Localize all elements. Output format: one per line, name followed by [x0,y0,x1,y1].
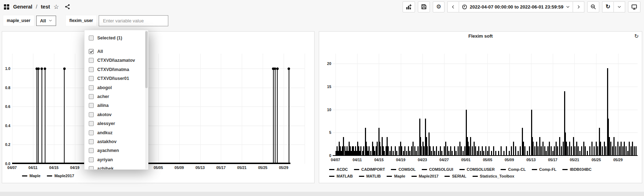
dropdown-item-label: CTXVDI\matma [97,67,129,72]
clock-icon [462,4,467,10]
add-panel-button[interactable] [403,1,415,12]
data-bar [380,146,381,156]
data-bar [554,146,555,156]
data-bar [369,146,370,156]
legend-item-comsoluser[interactable]: COMSOLUSER [459,167,495,172]
dashboards-grid-icon[interactable] [4,4,10,10]
legend-item-cadimport[interactable]: CADIMPORT [354,167,385,172]
data-bar [477,151,478,156]
checkbox-checked-icon [89,49,94,54]
breadcrumb-dashboard[interactable]: test [41,4,50,10]
legend-label: Maple2017 [419,174,439,178]
refresh-group: ↻ [602,1,625,12]
refresh-interval-button[interactable] [613,1,625,12]
save-dashboard-button[interactable] [418,1,430,12]
legend-item-maple[interactable]: Maple [22,174,40,178]
share-icon[interactable] [65,4,70,10]
data-bar [401,146,402,156]
data-bar [511,146,512,156]
x-axis-label: 05/17 [216,165,225,170]
legend-item-maple2017[interactable]: Maple2017 [47,174,74,178]
dropdown-item[interactable]: ayriyan [89,155,148,164]
dropdown-item[interactable]: akotov [89,110,148,119]
event-point [276,67,279,70]
checkbox-icon [89,103,94,108]
cycle-view-button[interactable] [628,1,640,12]
dropdown-item[interactable]: acher [89,92,148,101]
data-bar [518,151,519,156]
scrollbar-thumb[interactable] [145,31,148,88]
legend-item-ibdb034bc[interactable]: IBDB034BC [562,167,591,172]
dropdown-item[interactable]: astakhov [89,137,148,146]
dropdown-item[interactable]: All [89,47,148,56]
data-bar [534,146,535,156]
data-bar [495,151,496,156]
data-bar [458,146,459,156]
legend-item-serial[interactable]: SERIAL [444,174,466,178]
grid-line [333,64,638,64]
series-dash-icon [411,176,417,177]
dropdown-item[interactable]: CTXVDI\matma [89,65,148,74]
time-range-picker-button[interactable]: 2022-04-07 00:00:00 to 2022-06-01 23:59:… [459,1,573,12]
legend-item-statistics-toolbox[interactable]: Statistics_Toolbox [473,174,514,178]
data-bar [450,146,451,156]
data-bar [585,146,586,156]
data-bar [605,146,606,156]
dropdown-item[interactable]: abogol [89,83,148,92]
dropdown-scrollbar[interactable] [145,31,148,169]
legend-item-acdc[interactable]: ACDC [329,167,348,172]
legend-label: Comp-CL [508,167,526,172]
data-bar [433,146,434,156]
dropdown-item[interactable]: alessyer [89,119,148,128]
time-shift-back-button[interactable] [447,1,459,12]
dropdown-item[interactable]: Selected (1) [89,33,148,42]
data-bar [438,151,439,156]
event-spike [275,69,275,164]
grid-line [618,54,618,156]
variable-select-maple-user[interactable]: All [36,16,56,26]
data-bar [583,142,584,156]
data-bar [619,146,620,156]
x-axis-label: 04/19 [396,158,405,162]
dropdown-item[interactable]: andkuz [89,128,148,137]
legend-item-matlib[interactable]: MATLIB [359,174,381,178]
data-bar [547,146,549,156]
event-spike [64,69,65,164]
dropdown-item[interactable]: CTXVDI\azamatov [89,56,148,65]
legend-label: Statistics_Toolbox [480,174,514,178]
data-bar [406,151,407,156]
data-bar [399,146,400,156]
data-bar [581,146,582,156]
data-bar [393,151,394,156]
zoom-out-button[interactable] [587,1,599,12]
legend-item-matlab[interactable]: MATLAB [329,174,353,178]
dropdown-item[interactable]: azhibek [89,164,148,170]
dropdown-item[interactable]: ayachmen [89,146,148,155]
data-bar [403,151,404,156]
grid-line [422,54,423,156]
star-icon[interactable]: ☆ [54,4,59,10]
dropdown-item-label: akotov [97,112,111,117]
data-bar [463,151,464,156]
dashboard-settings-button[interactable]: ⚙ [433,1,444,12]
dropdown-item[interactable]: ailina [89,101,148,110]
data-bar [370,151,371,156]
legend-item-maple2017[interactable]: Maple2017 [411,174,439,178]
legend-item-comsolgui[interactable]: COMSOLGUI [422,167,453,172]
series-dash-icon [459,169,465,170]
dropdown-item[interactable]: CTXVDI\user01 [89,74,148,83]
time-shift-forward-button[interactable] [573,1,584,12]
breadcrumb-folder[interactable]: General [13,4,32,10]
chevron-down-icon [566,5,570,9]
legend-item-comsol[interactable]: COMSOL [391,167,415,172]
legend-item-maple[interactable]: Maple [387,174,405,178]
grid-line [75,54,75,164]
variable-input-flexim-user[interactable] [99,15,168,26]
maple-usage-chart: 1.00.80.60.40.20.004/0704/1104/1504/1904… [2,32,314,183]
legend-item-comp-fl[interactable]: Comp-FL [532,167,556,172]
refresh-button[interactable]: ↻ [602,1,614,12]
data-bar [389,151,391,156]
data-bar [461,146,462,156]
grid-line [333,87,638,87]
legend-item-comp-cl[interactable]: Comp-CL [501,167,526,172]
